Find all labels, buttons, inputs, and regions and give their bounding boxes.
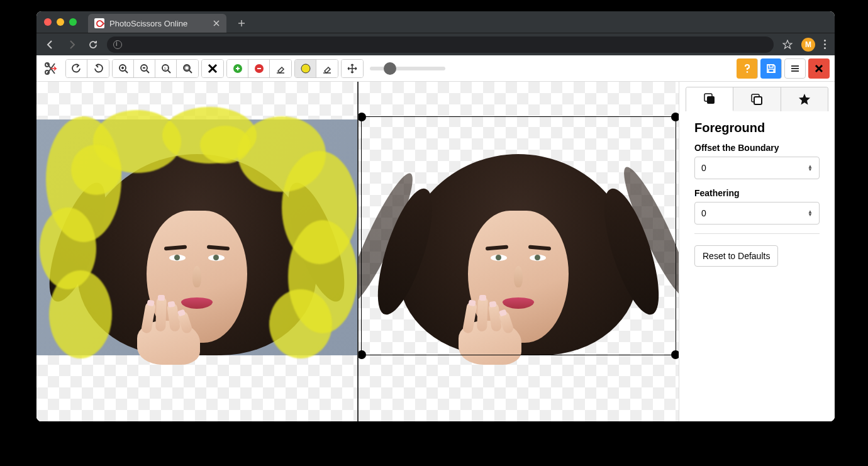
tab-effects[interactable] [781, 87, 828, 111]
svg-rect-17 [754, 97, 762, 104]
browser-tab[interactable]: PhotoScissors Online [88, 14, 226, 33]
layers-outline-icon [750, 92, 764, 106]
app-logo-icon [42, 60, 60, 77]
tab-close-button[interactable] [213, 19, 220, 27]
offset-label: Offset the Boundary [694, 143, 820, 153]
feathering-value: 0 [701, 208, 706, 218]
redo-button[interactable] [87, 60, 109, 77]
bookmark-button[interactable] [780, 37, 795, 52]
result-image [359, 119, 679, 355]
feathering-select[interactable]: 0 ▲▼ [694, 202, 820, 225]
window-close-button[interactable] [44, 18, 52, 26]
browser-navbar: M [36, 33, 835, 55]
url-input[interactable] [107, 36, 774, 53]
zoom-in-button[interactable] [113, 60, 134, 77]
new-tab-button[interactable] [233, 14, 250, 32]
section-title: Foreground [694, 121, 820, 135]
star-icon [798, 93, 811, 106]
eraser-button[interactable] [270, 60, 291, 77]
move-button[interactable] [342, 60, 363, 77]
app-toolbar: 1:1 [36, 55, 835, 82]
window-controls [44, 18, 77, 26]
save-button[interactable] [760, 58, 782, 79]
undo-button[interactable] [66, 60, 87, 77]
svg-rect-7 [185, 66, 189, 70]
site-info-icon[interactable] [113, 40, 122, 49]
zoom-actual-button[interactable]: 1:1 [155, 60, 177, 77]
nav-forward-button[interactable] [64, 37, 79, 52]
source-image [36, 119, 357, 355]
help-button[interactable] [737, 58, 758, 79]
svg-point-10 [301, 64, 310, 73]
svg-text:1:1: 1:1 [164, 66, 169, 70]
layers-filled-icon [703, 92, 716, 106]
browser-window: PhotoScissors Online M [36, 11, 835, 421]
browser-menu-button[interactable] [821, 37, 828, 52]
tab-title: PhotoScissors Online [109, 19, 208, 28]
menu-button[interactable] [784, 58, 806, 79]
tab-background[interactable] [733, 87, 781, 111]
feathering-label: Feathering [694, 188, 820, 198]
source-panel[interactable] [36, 82, 359, 421]
hair-eraser-button[interactable] [316, 60, 338, 77]
workspace: Foreground Offset the Boundary 0 ▲▼ Feat… [36, 82, 835, 421]
nav-reload-button[interactable] [86, 37, 101, 52]
svg-rect-12 [769, 65, 773, 67]
result-panel[interactable] [359, 82, 679, 421]
window-maximize-button[interactable] [69, 18, 77, 26]
avatar-initial: M [805, 40, 811, 49]
select-arrows-icon: ▲▼ [808, 210, 813, 216]
tab-favicon [94, 18, 104, 28]
sidebar-tabs [686, 87, 828, 111]
sidebar-body: Foreground Offset the Boundary 0 ▲▼ Feat… [686, 111, 828, 273]
zoom-fit-button[interactable] [177, 60, 198, 77]
properties-sidebar: Foreground Offset the Boundary 0 ▲▼ Feat… [679, 82, 835, 421]
svg-point-11 [746, 71, 748, 73]
select-arrows-icon: ▲▼ [808, 165, 813, 171]
zoom-out-button[interactable] [134, 60, 155, 77]
offset-select[interactable]: 0 ▲▼ [694, 157, 820, 179]
slider-thumb[interactable] [384, 62, 396, 75]
hair-marker-button[interactable] [295, 60, 316, 77]
svg-rect-13 [769, 69, 774, 72]
svg-point-0 [45, 63, 49, 67]
reset-button[interactable]: Reset to Defaults [694, 245, 778, 267]
svg-point-1 [45, 70, 49, 74]
svg-rect-15 [707, 96, 715, 104]
offset-value: 0 [701, 163, 706, 173]
nav-back-button[interactable] [43, 37, 58, 52]
divider [694, 233, 820, 234]
brush-size-slider[interactable] [370, 67, 445, 70]
window-titlebar: PhotoScissors Online [36, 11, 835, 33]
close-button[interactable] [808, 58, 830, 79]
foreground-marker-button[interactable] [227, 60, 248, 77]
canvas-area [36, 82, 679, 421]
tab-foreground[interactable] [686, 87, 733, 111]
background-marker-button[interactable] [248, 60, 270, 77]
profile-avatar[interactable]: M [801, 38, 815, 52]
clear-button[interactable] [202, 60, 223, 77]
window-minimize-button[interactable] [57, 18, 64, 26]
app-container: 1:1 [36, 55, 835, 421]
